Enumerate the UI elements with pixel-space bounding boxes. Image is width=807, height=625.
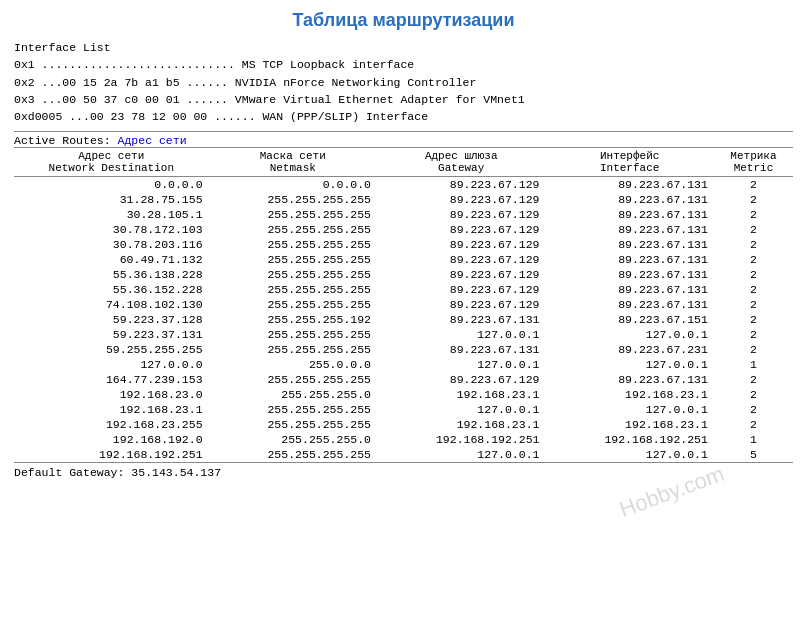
col-interface: Интерфейс Interface: [545, 148, 713, 177]
table-cell: 2: [714, 252, 793, 267]
table-cell: 89.223.67.129: [377, 192, 545, 207]
table-cell: 60.49.71.132: [14, 252, 209, 267]
table-cell: 255.255.255.255: [209, 342, 377, 357]
table-cell: 89.223.67.129: [377, 177, 545, 193]
table-cell: 2: [714, 282, 793, 297]
table-cell: 1: [714, 357, 793, 372]
table-cell: 127.0.0.1: [545, 327, 713, 342]
table-cell: 192.168.23.255: [14, 417, 209, 432]
table-row: 60.49.71.132255.255.255.25589.223.67.129…: [14, 252, 793, 267]
table-row: 55.36.138.228255.255.255.25589.223.67.12…: [14, 267, 793, 282]
table-cell: 192.168.23.1: [545, 387, 713, 402]
table-row: 30.28.105.1255.255.255.25589.223.67.1298…: [14, 207, 793, 222]
table-cell: 192.168.192.251: [545, 432, 713, 447]
table-cell: 89.223.67.231: [545, 342, 713, 357]
table-cell: 192.168.23.1: [545, 417, 713, 432]
table-cell: 255.255.255.192: [209, 312, 377, 327]
table-row: 192.168.192.0255.255.255.0192.168.192.25…: [14, 432, 793, 447]
table-cell: 59.255.255.255: [14, 342, 209, 357]
page-title: Таблица маршрутизации: [14, 10, 793, 31]
table-cell: 89.223.67.131: [545, 192, 713, 207]
table-cell: 59.223.37.128: [14, 312, 209, 327]
table-cell: 192.168.192.0: [14, 432, 209, 447]
table-cell: 255.255.255.255: [209, 447, 377, 463]
table-cell: 89.223.67.131: [545, 222, 713, 237]
table-cell: 2: [714, 267, 793, 282]
table-cell: 255.255.255.255: [209, 297, 377, 312]
table-cell: 127.0.0.1: [545, 357, 713, 372]
table-row: 192.168.192.251255.255.255.255127.0.0.11…: [14, 447, 793, 463]
table-cell: 255.255.255.255: [209, 417, 377, 432]
table-cell: 255.255.255.255: [209, 207, 377, 222]
table-cell: 2: [714, 402, 793, 417]
table-cell: 89.223.67.129: [377, 252, 545, 267]
table-row: 192.168.23.0255.255.255.0192.168.23.1192…: [14, 387, 793, 402]
table-row: 55.36.152.228255.255.255.25589.223.67.12…: [14, 282, 793, 297]
table-cell: 55.36.152.228: [14, 282, 209, 297]
active-routes-label: Active Routes:: [14, 134, 118, 147]
table-cell: 89.223.67.131: [545, 177, 713, 193]
table-cell: 255.255.255.255: [209, 372, 377, 387]
table-cell: 31.28.75.155: [14, 192, 209, 207]
table-cell: 255.255.255.0: [209, 387, 377, 402]
table-cell: 192.168.192.251: [377, 432, 545, 447]
table-cell: 2: [714, 207, 793, 222]
table-cell: 89.223.67.131: [545, 297, 713, 312]
table-cell: 2: [714, 417, 793, 432]
table-cell: 2: [714, 297, 793, 312]
table-cell: 255.255.255.0: [209, 432, 377, 447]
table-cell: 2: [714, 327, 793, 342]
table-cell: 89.223.67.129: [377, 237, 545, 252]
table-row: 30.78.172.103255.255.255.25589.223.67.12…: [14, 222, 793, 237]
table-cell: 30.78.203.116: [14, 237, 209, 252]
table-cell: 2: [714, 177, 793, 193]
table-cell: 55.36.138.228: [14, 267, 209, 282]
table-row: 59.223.37.131255.255.255.255127.0.0.1127…: [14, 327, 793, 342]
table-cell: 255.255.255.255: [209, 267, 377, 282]
table-cell: 192.168.23.1: [377, 387, 545, 402]
table-cell: 1: [714, 432, 793, 447]
interface-list: Interface List 0x1 .....................…: [14, 39, 793, 125]
table-cell: 127.0.0.1: [545, 447, 713, 463]
table-cell: 89.223.67.129: [377, 372, 545, 387]
table-cell: 0.0.0.0: [209, 177, 377, 193]
table-cell: 89.223.67.129: [377, 282, 545, 297]
table-cell: 164.77.239.153: [14, 372, 209, 387]
table-cell: 2: [714, 192, 793, 207]
table-cell: 2: [714, 342, 793, 357]
table-cell: 74.108.102.130: [14, 297, 209, 312]
table-cell: 255.0.0.0: [209, 357, 377, 372]
table-cell: 255.255.255.255: [209, 237, 377, 252]
table-cell: 127.0.0.1: [377, 357, 545, 372]
table-header-row: Адрес сети Network Destination Маска сет…: [14, 148, 793, 177]
table-cell: 255.255.255.255: [209, 252, 377, 267]
table-cell: 89.223.67.131: [545, 237, 713, 252]
table-cell: 30.28.105.1: [14, 207, 209, 222]
col-metric: Метрика Metric: [714, 148, 793, 177]
table-cell: 89.223.67.129: [377, 297, 545, 312]
table-cell: 89.223.67.131: [377, 312, 545, 327]
table-cell: 2: [714, 387, 793, 402]
table-cell: 255.255.255.255: [209, 192, 377, 207]
table-cell: 255.255.255.255: [209, 327, 377, 342]
table-cell: 89.223.67.129: [377, 222, 545, 237]
table-cell: 2: [714, 222, 793, 237]
table-cell: 127.0.0.0: [14, 357, 209, 372]
table-cell: 127.0.0.1: [545, 402, 713, 417]
table-cell: 89.223.67.131: [545, 267, 713, 282]
table-row: 74.108.102.130255.255.255.25589.223.67.1…: [14, 297, 793, 312]
table-cell: 89.223.67.129: [377, 267, 545, 282]
table-row: 164.77.239.153255.255.255.25589.223.67.1…: [14, 372, 793, 387]
table-cell: 2: [714, 372, 793, 387]
active-routes-ru: Адрес сети: [118, 134, 187, 147]
table-row: 59.255.255.255255.255.255.25589.223.67.1…: [14, 342, 793, 357]
table-cell: 89.223.67.131: [377, 342, 545, 357]
table-cell: 255.255.255.255: [209, 222, 377, 237]
table-cell: 89.223.67.129: [377, 207, 545, 222]
table-cell: 30.78.172.103: [14, 222, 209, 237]
table-cell: 192.168.23.1: [14, 402, 209, 417]
table-row: 192.168.23.1255.255.255.255127.0.0.1127.…: [14, 402, 793, 417]
table-cell: 192.168.23.1: [377, 417, 545, 432]
table-cell: 255.255.255.255: [209, 402, 377, 417]
table-row: 31.28.75.155255.255.255.25589.223.67.129…: [14, 192, 793, 207]
